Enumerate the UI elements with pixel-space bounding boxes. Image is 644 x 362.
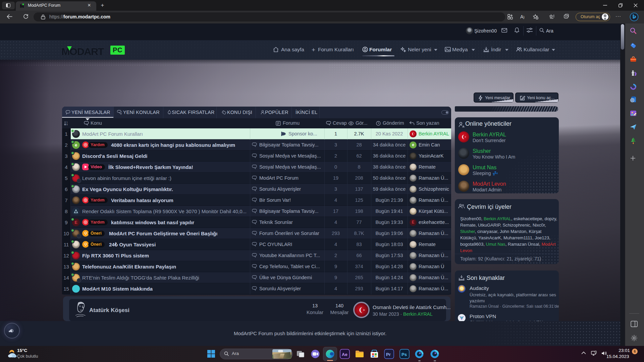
svg-text:Ae: Ae bbox=[342, 352, 347, 357]
svg-text:Pr: Pr bbox=[386, 352, 391, 357]
svg-text:Ps: Ps bbox=[401, 352, 407, 357]
svg-text:9: 9 bbox=[66, 123, 68, 126]
svg-text:1: 1 bbox=[66, 121, 68, 123]
